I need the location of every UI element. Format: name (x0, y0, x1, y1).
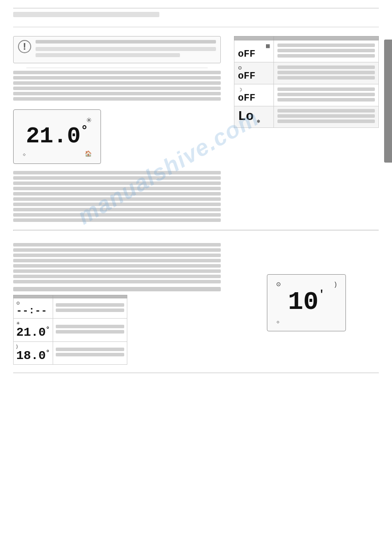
lower-desc-day-2 (56, 330, 124, 334)
para-line-14 (13, 208, 221, 211)
right-accent-bar (384, 40, 392, 163)
description-cell-1 (274, 40, 379, 62)
arrow-up-down-icon: ⬦ (22, 150, 26, 157)
notice-text-2 (36, 53, 180, 57)
lower-lcd-inner-day: ✳ 21.0° (16, 321, 50, 339)
lower-lcd-cell-day: ✳ 21.0° (14, 319, 53, 341)
home-icon: 🏠 (85, 150, 92, 157)
desc-line-4-3 (277, 120, 375, 123)
lower-sun-icon: ✳ (16, 321, 20, 326)
description-cell-4 (274, 106, 379, 128)
degree-symbol: ° (81, 124, 88, 138)
para-line-3 (13, 81, 221, 85)
lower-para-4 (13, 259, 221, 262)
clock-icon: ⊙ (238, 65, 242, 70)
lcd-cell-off-clock: ⊙ oFF (234, 62, 274, 84)
notice-bar (36, 40, 216, 44)
mid-section-divider (13, 230, 379, 231)
description-cell-3 (274, 84, 379, 106)
lower-main-lcd: ⊙ ) 10' ⬦ (267, 274, 346, 331)
lower-lcd-inner-time: ⊙ --:-- (16, 301, 50, 316)
desc-line-4-2 (277, 114, 375, 118)
description-cell-2 (274, 62, 379, 84)
lower-para-1 (13, 243, 221, 247)
lower-right-column: ⊙ ) 10' ⬦ (230, 240, 379, 365)
para-line-5 (13, 92, 221, 95)
lcd-cell-inner-3: ☽ oFF (238, 87, 270, 103)
day-temp-display: 21.0° (16, 326, 50, 339)
lower-desc-cell-day (53, 319, 127, 341)
lower-desc-day-1 (56, 325, 124, 328)
lower-para-6 (13, 269, 221, 273)
calendar-icon: ▦ (266, 43, 270, 48)
lower-para-3 (13, 254, 221, 257)
off-text-3: oFF (238, 94, 270, 103)
lower-lcd-table: ⊙ --:-- (13, 295, 127, 365)
para-block-2 (13, 171, 221, 222)
table-row-off-calendar: ▦ oFF (234, 40, 379, 62)
lower-lcd-cell-time: ⊙ --:-- (14, 298, 53, 319)
para-line-12 (13, 197, 221, 201)
main-content: ! ✳ (0, 32, 392, 225)
table-row-off-moon: ☽ oFF (234, 84, 379, 106)
page-title-area (0, 8, 392, 22)
lo-display-text: Lo ❄ (238, 110, 270, 124)
desc-line-2-2 (277, 71, 375, 74)
para-line-15 (13, 213, 221, 217)
lower-section: ⊙ --:-- (0, 236, 392, 365)
lcd-cell-off-calendar: ▦ oFF (234, 40, 274, 62)
sun-mode-icon: ✳ (86, 116, 92, 124)
lower-desc-time-2 (56, 308, 124, 312)
off-text-2: oFF (238, 72, 270, 81)
lower-table-header-desc (53, 295, 127, 298)
main-lcd-display: ✳ 21.0° ⬦ 🏠 (13, 109, 101, 164)
lower-table-row-night: ) 18.0° (14, 341, 127, 364)
lower-desc-night-2 (56, 353, 124, 356)
off-text-1: oFF (238, 50, 270, 59)
night-degree: ° (46, 349, 50, 357)
para-line-2 (13, 76, 221, 80)
desc-line-3-2 (277, 93, 375, 96)
para-line-9 (13, 181, 221, 185)
lower-desc-cell-night (53, 341, 127, 364)
table-row-lo: Lo ❄ (234, 106, 379, 128)
lower-table-header-display (14, 295, 53, 298)
para-line-10 (13, 187, 221, 190)
desc-line-3-3 (277, 98, 375, 102)
lcd-cell-inner-1: ▦ oFF (238, 43, 270, 59)
lower-lcd-moon-icon: ) (334, 281, 337, 288)
lower-moon-icon: ) (16, 344, 18, 349)
notice-icon: ! (18, 40, 31, 53)
lower-clock-icon: ⊙ (16, 301, 20, 305)
lower-lcd-inner-night: ) 18.0° (16, 344, 50, 362)
para-line-7 (13, 171, 221, 174)
main-temperature-display: 21.0° (26, 125, 88, 148)
section-divider-1 (13, 27, 379, 27)
desc-line-2-3 (277, 76, 375, 80)
desc-line-1-2 (277, 49, 375, 52)
desc-line-1-1 (277, 44, 375, 47)
left-column: ! ✳ (13, 36, 230, 225)
lower-table-row-day: ✳ 21.0° (14, 319, 127, 341)
lower-temp-apostrophe: ' (319, 289, 325, 301)
lower-table-row-time: ⊙ --:-- (14, 298, 127, 319)
para-line-13 (13, 203, 221, 206)
night-temp-display: 18.0° (16, 350, 50, 362)
table-row-off-clock: ⊙ oFF (234, 62, 379, 84)
lower-lcd-arrow-icon: ⬦ (276, 318, 280, 325)
page-title-line (13, 12, 159, 17)
para-line-8 (13, 176, 221, 180)
para-block-lower-1 (13, 243, 221, 283)
lcd-cell-inner-2: ⊙ oFF (238, 65, 270, 81)
lower-lcd-clock-icon: ⊙ (276, 281, 281, 288)
bottom-divider (13, 373, 379, 373)
desc-line-3-1 (277, 87, 375, 91)
para-line-4 (13, 87, 221, 90)
table-header-description (274, 36, 379, 40)
notice-box: ! (13, 36, 221, 63)
lower-para-8 (13, 280, 221, 283)
lcd-cell-off-moon: ☽ oFF (234, 84, 274, 106)
thin-rule-1 (26, 68, 208, 68)
lower-para-7 (13, 275, 221, 278)
right-column: ▦ oFF (230, 36, 379, 225)
